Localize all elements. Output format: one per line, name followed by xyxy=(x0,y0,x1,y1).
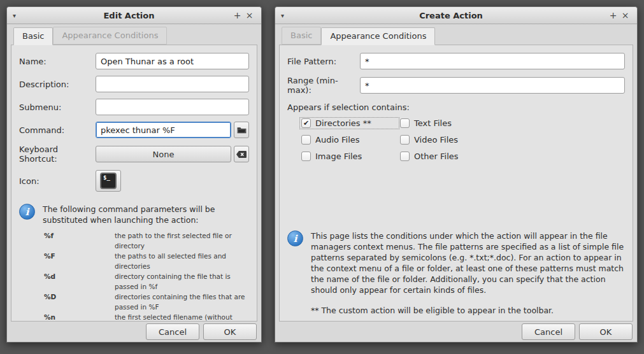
command-label: Command: xyxy=(19,125,96,135)
param-desc: the path to the first selected file or d… xyxy=(115,230,249,251)
submenu-input[interactable] xyxy=(96,99,249,115)
checkbox-image-files[interactable]: Image Files xyxy=(300,151,399,162)
checkbox-box xyxy=(400,118,410,128)
checkbox-box xyxy=(301,135,311,145)
param-desc: the paths to all selected files and dire… xyxy=(115,251,249,271)
info-text: The following command parameters will be… xyxy=(43,204,249,225)
terminal-icon: $_ xyxy=(100,173,117,189)
checkbox-audio-files[interactable]: Audio Files xyxy=(300,134,399,145)
name-input[interactable] xyxy=(96,53,249,69)
tab-bar: Basic Appearance Conditions xyxy=(7,24,261,45)
description-label: Description: xyxy=(19,80,96,89)
checkbox-label: Video Files xyxy=(414,135,458,145)
tab-basic[interactable]: Basic xyxy=(13,27,53,45)
window-title: Edit Action xyxy=(27,11,231,20)
param-key: %F xyxy=(44,251,115,271)
info-icon: i xyxy=(287,230,303,246)
window-menu-icon[interactable]: ▾ xyxy=(13,12,27,19)
tab-basic[interactable]: Basic xyxy=(282,27,321,45)
dialog-action-area: Cancel OK xyxy=(275,322,637,342)
close-button[interactable]: × xyxy=(619,11,631,20)
clear-shortcut-button[interactable] xyxy=(234,146,249,162)
checkbox-text-files[interactable]: Text Files xyxy=(399,118,461,129)
range-input[interactable] xyxy=(360,77,625,94)
file-type-checkbox-grid: ✔ Directories ** Text Files Audio Files … xyxy=(300,118,625,162)
selection-contains-label: Appears if selection contains: xyxy=(287,103,625,112)
checkbox-label: Audio Files xyxy=(315,135,360,145)
backspace-icon xyxy=(236,148,247,160)
cancel-button[interactable]: Cancel xyxy=(146,323,199,340)
titlebar[interactable]: ▾ Edit Action + × xyxy=(7,7,261,24)
tab-appearance-conditions[interactable]: Appearance Conditions xyxy=(321,27,435,45)
command-parameters-info: i The following command parameters will … xyxy=(19,204,249,225)
folder-icon xyxy=(237,124,247,136)
checkbox-label: Other Files xyxy=(414,152,459,161)
window-menu-icon[interactable]: ▾ xyxy=(281,12,295,19)
titlebar[interactable]: ▾ Create Action + × xyxy=(275,7,637,24)
shortcut-label: Keyboard Shortcut: xyxy=(19,145,96,164)
checkbox-box: ✔ xyxy=(301,118,311,128)
conditions-info: i This page lists the conditions under w… xyxy=(287,230,625,295)
ok-button[interactable]: OK xyxy=(579,323,633,340)
tab-appearance-conditions[interactable]: Appearance Conditions xyxy=(53,27,167,45)
window-title: Create Action xyxy=(295,11,607,20)
param-key: %D xyxy=(44,292,115,312)
info-text: This page lists the conditions under whi… xyxy=(311,230,624,295)
close-button[interactable]: × xyxy=(243,11,255,20)
param-desc: the first selected filename (without pat… xyxy=(115,312,249,322)
parameter-list: %f the path to the first selected file o… xyxy=(44,230,249,322)
toolbar-footnote: ** The custom action will be eligible to… xyxy=(311,306,625,315)
parameter-row: %D directories containing the files that… xyxy=(44,292,249,312)
param-key: %n xyxy=(44,312,115,322)
checkbox-other-files[interactable]: Other Files xyxy=(399,151,461,162)
parameter-row: %f the path to the first selected file o… xyxy=(44,230,249,251)
parameter-row: %F the paths to all selected files and d… xyxy=(44,251,249,271)
range-label: Range (min-max): xyxy=(287,76,360,95)
description-input[interactable] xyxy=(96,76,249,92)
parameter-row: %n the first selected filename (without … xyxy=(44,312,249,322)
file-pattern-input[interactable] xyxy=(360,53,625,69)
param-desc: directories containing the files that ar… xyxy=(115,292,249,312)
parameter-row: %d directory containing the file that is… xyxy=(44,271,249,292)
checkbox-video-files[interactable]: Video Files xyxy=(399,134,461,145)
tab-bar: Basic Appearance Conditions xyxy=(275,24,637,45)
param-desc: directory containing the file that is pa… xyxy=(115,271,249,292)
icon-picker-button[interactable]: $_ xyxy=(96,170,121,192)
checkbox-box xyxy=(400,152,410,161)
command-input[interactable] xyxy=(96,122,231,138)
cancel-button[interactable]: Cancel xyxy=(522,323,575,340)
file-pattern-label: File Pattern: xyxy=(287,57,360,66)
dialog-action-area: Cancel OK xyxy=(7,322,261,342)
icon-label: Icon: xyxy=(19,176,96,186)
checkbox-label: Text Files xyxy=(414,118,452,128)
create-action-window: ▾ Create Action + × Basic Appearance Con… xyxy=(275,6,638,343)
param-key: %f xyxy=(44,230,115,251)
checkbox-directories[interactable]: ✔ Directories ** xyxy=(300,118,399,129)
param-key: %d xyxy=(44,271,115,292)
browse-command-button[interactable] xyxy=(234,122,249,138)
checkbox-box xyxy=(400,135,410,145)
info-icon: i xyxy=(19,204,35,220)
checkbox-label: Directories ** xyxy=(315,118,371,128)
appearance-conditions-tab-page: File Pattern: Range (min-max): Appears i… xyxy=(279,45,633,322)
checkbox-box xyxy=(301,152,311,161)
name-label: Name: xyxy=(19,57,96,66)
maximize-button[interactable]: + xyxy=(607,11,619,20)
shortcut-button[interactable]: None xyxy=(96,146,231,162)
basic-tab-page: Name: Description: Submenu: Command: xyxy=(11,45,257,322)
checkbox-label: Image Files xyxy=(315,152,362,161)
ok-button[interactable]: OK xyxy=(203,323,257,340)
submenu-label: Submenu: xyxy=(19,103,96,112)
maximize-button[interactable]: + xyxy=(231,11,243,20)
edit-action-window: ▾ Edit Action + × Basic Appearance Condi… xyxy=(6,6,262,343)
